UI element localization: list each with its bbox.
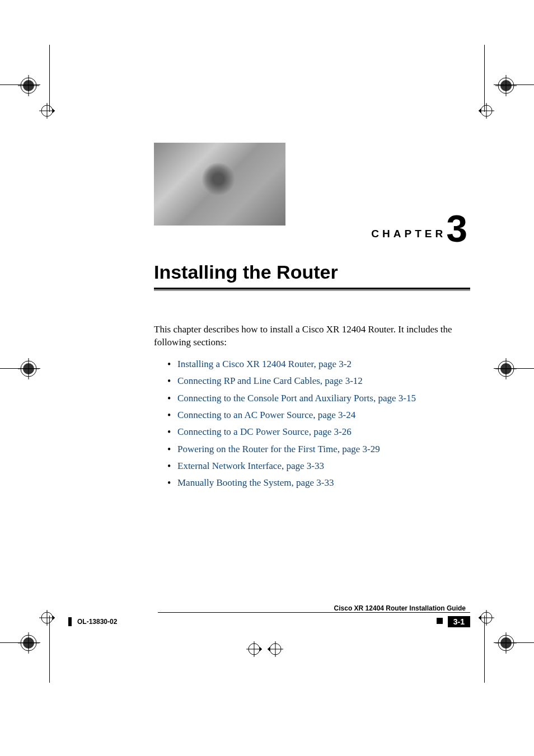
registration-mark xyxy=(495,632,517,654)
svg-marker-47 xyxy=(268,647,270,651)
registration-mark xyxy=(18,632,39,654)
registration-mark xyxy=(495,75,517,96)
trim-line xyxy=(0,84,40,85)
trim-line xyxy=(494,642,534,643)
trim-line xyxy=(0,368,40,369)
chapter-content: CHAPTER3 Installing the Router This chap… xyxy=(154,143,470,493)
trim-line xyxy=(494,84,534,85)
crop-mark xyxy=(268,641,283,657)
trim-line xyxy=(0,642,40,643)
trim-line xyxy=(49,45,50,112)
registration-mark xyxy=(18,358,39,379)
svg-marker-27 xyxy=(53,109,55,113)
crop-mark xyxy=(479,103,494,119)
section-link[interactable]: Connecting RP and Line Card Cables, page… xyxy=(167,374,470,388)
page-footer: Cisco XR 12404 Router Installation Guide… xyxy=(68,603,470,627)
footer-doc-id: OL-13830-02 xyxy=(68,617,117,626)
footer-rule xyxy=(158,612,470,613)
section-link[interactable]: Connecting to a DC Power Source, page 3-… xyxy=(167,425,470,439)
svg-marker-43 xyxy=(260,647,262,651)
chapter-header-image xyxy=(154,143,285,226)
trim-line xyxy=(484,45,485,112)
section-link[interactable]: Connecting to the Console Port and Auxil… xyxy=(167,391,470,406)
svg-marker-31 xyxy=(479,109,481,113)
chapter-label: CHAPTER xyxy=(371,228,446,240)
intro-paragraph: This chapter describes how to install a … xyxy=(154,323,470,349)
section-link[interactable]: External Network Interface, page 3-33 xyxy=(167,459,470,473)
crop-mark xyxy=(246,641,262,657)
footer-page-number: 3-1 xyxy=(448,616,470,627)
section-link[interactable]: Powering on the Router for the First Tim… xyxy=(167,442,470,457)
registration-mark xyxy=(18,75,39,96)
chapter-title: Installing the Router xyxy=(154,261,470,283)
chapter-number: 3 xyxy=(446,207,467,250)
document-page: CHAPTER3 Installing the Router This chap… xyxy=(0,0,534,756)
crop-mark xyxy=(39,610,55,626)
section-links-list: Installing a Cisco XR 12404 Router, page… xyxy=(154,357,470,491)
registration-mark xyxy=(495,358,517,379)
crop-mark xyxy=(39,103,55,119)
title-rule xyxy=(154,288,470,291)
trim-line xyxy=(484,616,485,683)
svg-marker-35 xyxy=(53,616,55,620)
svg-marker-39 xyxy=(479,616,481,620)
trim-line xyxy=(494,368,534,369)
section-link[interactable]: Connecting to an AC Power Source, page 3… xyxy=(167,408,470,422)
crop-mark xyxy=(479,610,494,626)
section-link[interactable]: Installing a Cisco XR 12404 Router, page… xyxy=(167,357,470,372)
section-link[interactable]: Manually Booting the System, page 3-33 xyxy=(167,476,470,490)
trim-line xyxy=(49,616,50,683)
footer-guide-title: Cisco XR 12404 Router Installation Guide xyxy=(68,604,470,612)
